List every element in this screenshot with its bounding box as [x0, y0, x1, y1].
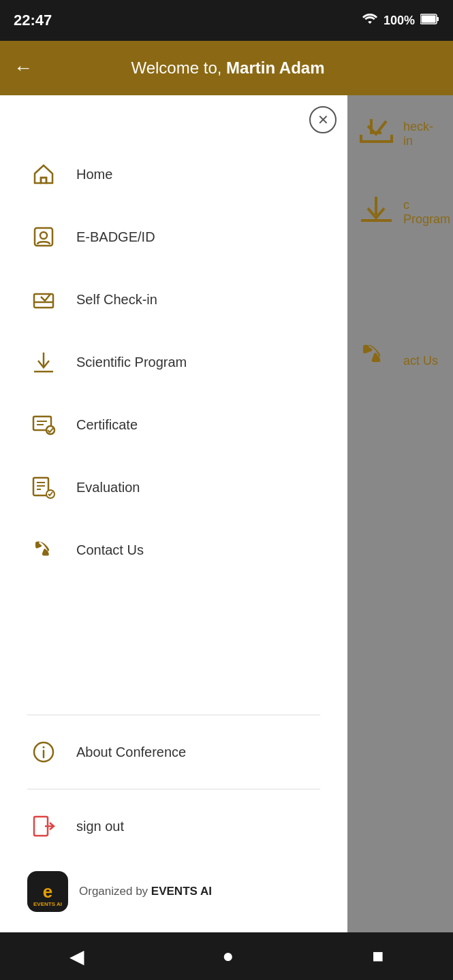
phone-icon	[27, 534, 60, 566]
download-icon	[27, 346, 60, 378]
status-icons: 100%	[362, 13, 439, 29]
menu-item-signout[interactable]: sign out	[0, 795, 347, 858]
close-button[interactable]: ✕	[309, 106, 337, 133]
divider-1	[27, 715, 320, 715]
signout-label: sign out	[76, 819, 124, 834]
menu-item-ebadge[interactable]: E-BADGE/ID	[0, 206, 347, 268]
status-bar: 22:47 100%	[0, 0, 453, 41]
user-name: Martin Adam	[226, 59, 324, 77]
svg-text:e: e	[43, 881, 52, 902]
menu-item-evaluation[interactable]: Evaluation	[0, 456, 347, 519]
svg-point-23	[43, 747, 45, 749]
bottom-nav: ◀ ● ■	[0, 932, 453, 980]
certificate-label: Certificate	[76, 417, 138, 433]
ebadge-label: E-BADGE/ID	[76, 229, 155, 245]
contactus-label: Contact Us	[76, 542, 144, 558]
bg-checkin: heck-in	[344, 95, 453, 172]
badge-icon	[27, 220, 60, 253]
divider-2	[27, 789, 320, 789]
menu-item-selfcheckin[interactable]: Self Check-in	[0, 268, 347, 331]
scientificprogram-label: Scientific Program	[76, 355, 187, 370]
events-ai-logo: e EVENTS AI	[27, 871, 68, 912]
bg-program-label: c Program	[403, 198, 450, 227]
info-icon	[27, 736, 60, 768]
drawer-footer: e EVENTS AI Organized by EVENTS AI	[0, 858, 347, 932]
svg-text:EVENTS AI: EVENTS AI	[33, 901, 62, 907]
checkin-icon	[27, 283, 60, 316]
header-title: Welcome to, Martin Adam	[44, 59, 439, 78]
nav-home-button[interactable]: ●	[202, 938, 255, 974]
bg-checkin-label: heck-in	[403, 120, 439, 148]
menu-item-home[interactable]: Home	[0, 143, 347, 206]
brand-name: EVENTS AI	[151, 885, 212, 898]
menu-item-aboutconference[interactable]: About Conference	[0, 721, 347, 783]
svg-point-7	[40, 232, 47, 239]
svg-rect-8	[34, 294, 53, 308]
close-icon: ✕	[317, 112, 329, 128]
drawer-menu: ✕ Home E-BADGE/ID	[0, 95, 347, 932]
footer-text: Organized by EVENTS AI	[79, 885, 212, 898]
menu-item-contactus[interactable]: Contact Us	[0, 519, 347, 581]
evaluation-icon	[27, 471, 60, 504]
nav-recent-button[interactable]: ■	[352, 938, 405, 974]
header: ← Welcome to, Martin Adam	[0, 41, 453, 95]
welcome-prefix: Welcome to,	[131, 59, 226, 77]
selfcheckin-label: Self Check-in	[76, 292, 157, 308]
home-icon	[27, 158, 60, 191]
battery-percent: 100%	[384, 14, 415, 28]
bg-contactus-label: act Us	[403, 354, 438, 368]
wifi-icon	[362, 13, 378, 29]
menu-item-certificate[interactable]: Certificate	[0, 393, 347, 456]
organized-by-prefix: Organized by	[79, 885, 151, 898]
certificate-icon	[27, 408, 60, 441]
bg-contactus: act Us	[344, 321, 453, 401]
bg-program: c Program	[344, 172, 453, 252]
svg-rect-5	[41, 178, 46, 183]
back-button[interactable]: ←	[14, 57, 33, 79]
evaluation-label: Evaluation	[76, 480, 140, 495]
battery-icon	[420, 14, 439, 28]
time-display: 22:47	[14, 12, 52, 29]
svg-rect-1	[422, 15, 436, 22]
signout-icon	[27, 810, 60, 843]
nav-back-button[interactable]: ◀	[49, 938, 105, 975]
svg-rect-2	[437, 17, 439, 21]
menu-item-scientificprogram[interactable]: Scientific Program	[0, 331, 347, 393]
home-label: Home	[76, 167, 112, 182]
aboutconference-label: About Conference	[76, 745, 186, 760]
menu-list: Home E-BADGE/ID Self Check	[0, 95, 347, 709]
